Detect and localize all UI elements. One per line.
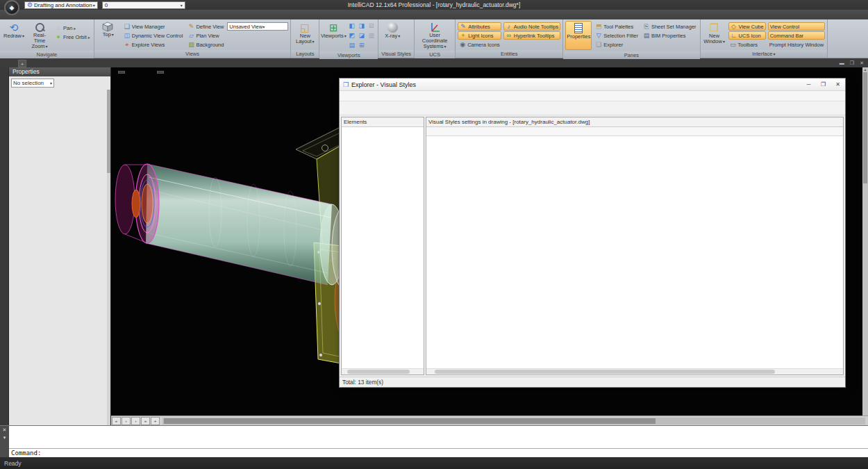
view-cube-toggle[interactable]: ◇ View Cube [728,22,766,31]
plan-view-button[interactable]: ▱ Plan View [186,31,288,40]
prompt-history-button[interactable]: Prompt History Window [768,40,825,49]
new-window-button[interactable]: ❒ New Window [703,21,726,44]
command-expand-icon[interactable]: ▾ [3,435,6,441]
realtime-zoom-button[interactable]: Real-Time Zoom [28,21,51,49]
free-orbit-button[interactable]: ● Free Orbit ▸ [53,33,92,41]
explore-views-icon: ⌖ [124,41,131,49]
redraw-button[interactable]: ⟲ Redraw [2,21,26,39]
viewport-preset-icon[interactable]: ◧ [347,22,356,31]
flyout-arrow-icon: ▸ [74,26,76,31]
new-tab-button[interactable]: + [18,60,26,67]
viewport-presets: ◧ ◨ ⊟ ◩ ◪ ▥ ▤ ⊞ [347,21,376,50]
group-label-views: Views [94,50,291,58]
dialog-maximize-icon[interactable]: ❐ [816,79,831,90]
document-window-controls: ▬ ❒ ✕ [840,58,864,67]
command-input[interactable]: Command: [9,448,868,457]
group-label-entities: Entities [456,50,562,58]
top-view-button[interactable]: Top [97,21,120,38]
elements-hscrollbar[interactable] [342,368,424,375]
dynamic-view-icon: ◫ [124,32,131,39]
viewport-preset-icon[interactable]: ◩ [347,31,356,40]
viewports-button[interactable]: ⊞ Viewports [322,21,345,39]
doc-close-icon[interactable]: ✕ [860,60,864,66]
dialog-menu-bar [340,91,845,101]
ribbon-group-visual-styles: X-ray Visual Styles [378,19,415,58]
view-name-combo[interactable]: Unsaved View [227,22,288,31]
chevron-down-icon [49,80,52,86]
flyout-arrow-icon: ▸ [88,35,90,40]
ucs-icon-toggle[interactable]: ∟ UCS Icon [728,31,766,40]
ucs-button[interactable]: User Coordinate Systems [417,21,453,49]
sheet-set-manager-button[interactable]: ⎘ Sheet Set Manager [642,22,698,31]
gear-icon: ⚙ [27,1,33,8]
hyperlink-tooltips-toggle[interactable]: ∞ Hyperlink Tooltips [503,31,561,40]
pan-button[interactable]: ◌ Pan ▸ [53,24,92,32]
selection-combo[interactable]: No selection [11,79,54,88]
viewports-icon: ⊞ [329,22,338,33]
layer-selector[interactable]: 0 [102,1,185,9]
dialog-close-icon[interactable]: ✕ [831,79,845,90]
attributes-toggle[interactable]: ✎ Attributes [458,22,501,31]
light-icon: ✦ [460,32,467,39]
settings-hscrollbar[interactable] [426,368,843,375]
selection-filter-button[interactable]: ▽ Selection Filter [594,31,640,40]
horizontal-scrollbar[interactable] [162,418,865,425]
explorer-button[interactable]: ❏ Explorer [594,40,640,49]
cube-icon [102,22,114,32]
dialog-title-bar[interactable]: ❒ Explorer - Visual Styles ─ ❐ ✕ [340,79,845,91]
viewport-preset-icon[interactable]: ⊟ [367,22,376,31]
add-layout-icon[interactable]: + [151,417,160,425]
dynamic-view-control-button[interactable]: ◫ Dynamic View Control [122,31,185,40]
define-view-icon: ✎ [187,23,194,30]
background-button[interactable]: ▨ Background [186,40,288,49]
scrollbar-thumb[interactable] [164,418,656,424]
dialog-title: Explorer - Visual Styles [351,81,416,88]
command-bar-toggle[interactable]: Command Bar [768,31,825,40]
first-tab-icon[interactable]: « [112,417,121,425]
app-logo-icon[interactable]: ◆ [4,0,19,15]
view-manager-button[interactable]: ❑ View Manager [122,22,185,31]
doc-minimize-icon[interactable]: ▬ [840,60,844,65]
view-control-toggle[interactable]: View Control [768,22,825,31]
viewport-preset-icon[interactable]: ⊞ [357,41,366,50]
explore-views-button[interactable]: ⌖ Explore Views [122,40,185,49]
command-bar: ✕ ▾ Command: [0,425,868,457]
last-tab-icon[interactable]: » [141,417,150,425]
toolbars-button[interactable]: ▭ Toolbars [728,40,766,49]
hud-view-direction[interactable] [157,71,164,74]
group-label-layouts: Layouts [291,50,319,58]
scroll-up-icon[interactable]: ▲ [862,67,868,72]
ribbon-group-interface: ❒ New Window ◇ View Cube ∟ UCS Icon ▭ To… [701,19,828,58]
vertical-scrollbar[interactable]: ▲ [862,67,868,415]
define-view-button[interactable]: ✎ Define View [186,22,225,31]
command-history [9,426,868,448]
properties-scrollbar[interactable] [107,90,110,425]
bim-properties-button[interactable]: ▤ BIM Properties [642,31,698,40]
hyperlink-icon: ∞ [506,32,512,39]
properties-pane-button[interactable]: Properties [565,21,592,50]
command-close-icon[interactable]: ✕ [3,427,7,433]
new-layout-button[interactable]: ◱ New Layout [293,21,317,44]
chevron-down-icon [262,24,265,30]
tool-palettes-button[interactable]: ⬒ Tool Palettes [594,22,640,31]
workspace-selector[interactable]: ⚙ Drafting and Annotation [24,1,98,9]
audio-note-tooltips-toggle[interactable]: ♪ Audio Note Tooltips [503,22,561,31]
settings-header: Visual Styles settings in drawing - [rot… [426,117,843,127]
dialog-minimize-icon[interactable]: ─ [801,79,816,90]
viewport-preset-icon[interactable]: ▥ [367,31,376,40]
ribbon-group-panes: Properties ⬒ Tool Palettes ▽ Selection F… [563,19,700,58]
group-label-viewports: Viewports [319,51,378,59]
piston-core [142,184,153,223]
doc-restore-icon[interactable]: ❒ [850,60,854,66]
camera-icons-toggle[interactable]: ◉ Camera Icons [458,40,501,49]
prev-tab-icon[interactable]: ‹ [122,417,131,425]
viewport-preset-icon[interactable]: ◪ [357,31,366,40]
next-tab-icon[interactable]: › [131,417,140,425]
light-icons-toggle[interactable]: ✦ Light Icons [458,31,501,40]
scrollbar-thumb[interactable] [863,72,867,183]
xray-style-button[interactable]: X-ray [381,21,404,39]
viewport-preset-icon[interactable]: ◨ [357,22,366,31]
hud-view-name[interactable] [118,71,125,74]
viewport-preset-icon[interactable]: ▤ [347,41,356,50]
sheet-set-icon: ⎘ [643,23,650,31]
